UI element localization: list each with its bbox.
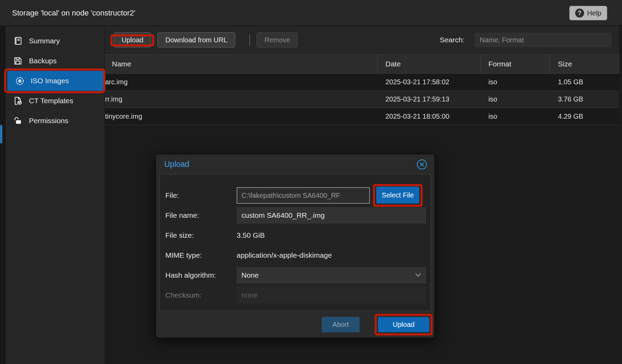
collapsed-tree-strip (0, 0, 5, 364)
mime-type-label: MIME type: (165, 247, 234, 264)
file-name-label: File name: (165, 207, 234, 224)
sidebar-item-label: ISO Images (31, 77, 69, 85)
select-file-button[interactable]: Select File (376, 186, 419, 204)
sidebar-item-permissions[interactable]: Permissions (6, 111, 105, 131)
question-icon: ? (575, 9, 584, 18)
cell-name: arc.img (105, 74, 378, 90)
search-input[interactable] (474, 32, 612, 47)
sidebar-item-label: Backups (29, 57, 57, 65)
cell-date: 2025-03-21 17:59:13 (378, 91, 481, 108)
column-header-format[interactable]: Format (481, 54, 550, 73)
file-size-label: File size: (165, 227, 234, 244)
book-icon (13, 36, 23, 46)
cell-name: rr.img (105, 91, 378, 108)
iso-images-table: Name Date Format Size arc.img 2025-03-21… (105, 54, 619, 125)
table-header-row: Name Date Format Size (105, 54, 619, 74)
dialog-footer: Abort Upload (156, 311, 434, 338)
sidebar-item-label: Summary (29, 37, 60, 45)
file-label: File: (165, 187, 234, 204)
abort-button[interactable]: Abort (322, 317, 360, 332)
cell-format: iso (481, 74, 550, 90)
toolbar-separator (249, 35, 250, 46)
cd-icon (15, 76, 24, 86)
dialog-upload-button[interactable]: Upload (378, 317, 429, 332)
help-button[interactable]: ? Help (569, 6, 607, 20)
table-row[interactable]: rr.img 2025-03-21 17:59:13 iso 3.76 GB (105, 91, 619, 108)
sidebar-item-backups[interactable]: Backups (6, 51, 105, 71)
cell-size: 1.05 GB (550, 74, 619, 90)
chevron-down-icon (415, 273, 421, 277)
sidebar-item-ct-templates[interactable]: CT Templates (6, 91, 105, 111)
dialog-title: Upload (164, 154, 189, 174)
cell-date: 2025-03-21 18:05:00 (378, 108, 481, 125)
file-name-input[interactable] (237, 207, 426, 224)
hash-algorithm-label: Hash algorithm: (165, 267, 234, 283)
file-cube-icon (13, 96, 23, 106)
cell-size: 4.29 GB (550, 108, 619, 125)
table-row[interactable]: tinycore.img 2025-03-21 18:05:00 iso 4.2… (105, 108, 619, 125)
hash-algorithm-value: None (241, 267, 259, 283)
window-header: Storage 'local' on node 'constructor2' ?… (0, 0, 622, 26)
cell-format: iso (481, 91, 550, 108)
sidebar-item-label: CT Templates (29, 97, 73, 105)
remove-button[interactable]: Remove (257, 32, 298, 47)
close-icon[interactable] (416, 158, 428, 171)
upload-button[interactable]: Upload (114, 32, 151, 47)
search-label: Search: (440, 26, 465, 54)
storage-sidebar: Summary Backups ISO Images (6, 26, 105, 364)
checksum-input[interactable] (237, 287, 426, 303)
cell-format: iso (481, 108, 550, 125)
sidebar-item-iso-images[interactable]: ISO Images (7, 71, 104, 91)
cell-date: 2025-03-21 17:58:02 (378, 74, 481, 90)
unlock-icon (13, 116, 23, 126)
sidebar-item-label: Permissions (29, 117, 68, 125)
cell-size: 3.76 GB (550, 91, 619, 108)
floppy-icon (13, 56, 23, 66)
mime-type-value: application/x-apple-diskimage (237, 247, 332, 264)
table-row[interactable]: arc.img 2025-03-21 17:58:02 iso 1.05 GB (105, 74, 619, 91)
file-size-value: 3.50 GiB (237, 227, 265, 244)
help-button-label: Help (587, 9, 601, 17)
page-title: Storage 'local' on node 'constructor2' (12, 0, 135, 26)
column-header-name[interactable]: Name (105, 54, 378, 73)
file-path-input[interactable] (237, 187, 370, 204)
hash-algorithm-select[interactable]: None (237, 267, 426, 283)
column-header-size[interactable]: Size (550, 54, 619, 73)
splitter-handle[interactable] (0, 125, 2, 143)
upload-dialog: Upload File: Select File File name: File… (156, 154, 435, 338)
checksum-label: Checksum: (165, 287, 234, 303)
dialog-form: File: Select File File name: File size: … (159, 174, 431, 311)
sidebar-item-summary[interactable]: Summary (6, 31, 105, 51)
cell-name: tinycore.img (105, 108, 378, 125)
column-header-date[interactable]: Date (378, 54, 481, 73)
toolbar: Upload Download from URL Remove Search: (105, 26, 619, 54)
download-from-url-button[interactable]: Download from URL (157, 32, 235, 47)
